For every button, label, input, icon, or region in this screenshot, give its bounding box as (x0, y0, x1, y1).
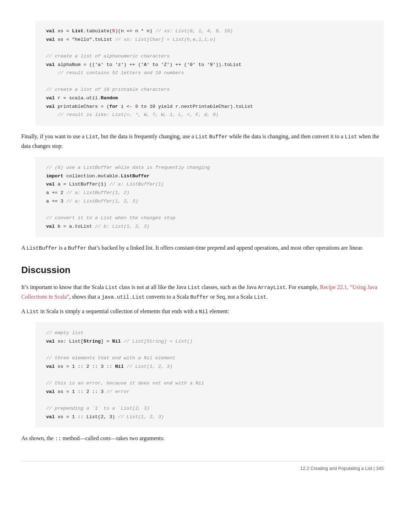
code-line: // result is like: List(=, *, W, ?, W, 1… (46, 111, 373, 119)
page-footer: 12.2 Creating and Populating a List | 34… (21, 461, 384, 472)
prose-2: A ListBuffer is a Buffer that’s backed b… (21, 243, 384, 253)
code-block-3: // empty list val xs: List[String] = Nil… (35, 322, 384, 427)
code-line: val xs: List[String] = Nil // List[Strin… (46, 337, 373, 346)
code-line: val a = ListBuffer(1) // a: ListBuffer(1… (46, 180, 373, 189)
prose-1: Finally, if you want to use a List, but … (21, 132, 384, 151)
code-line: // this is an error, because it does not… (46, 379, 373, 388)
prose-3: It’s important to know that the Scala Li… (21, 283, 384, 302)
code-line: // three elements that end with a Nil el… (46, 354, 373, 362)
code-line: // (6) use a ListBuffer while data is fr… (46, 164, 373, 172)
code-line: // result contains 52 letters and 10 num… (46, 69, 373, 77)
code-block-2: // (6) use a ListBuffer while data is fr… (35, 157, 384, 237)
section-title-discussion: Discussion (21, 263, 384, 278)
code-line: import collection.mutable.ListBuffer (46, 172, 373, 181)
code-line: val b = a.toList // b: List(1, 2, 3) (46, 222, 373, 231)
code-line: // prepending a `1` to a `List(2, 3)` (46, 404, 373, 413)
code-line (46, 346, 373, 354)
prose-4: A List in Scala is simply a sequential c… (21, 307, 384, 316)
footer-page-info: 12.2 Creating and Populating a List | 34… (300, 465, 384, 472)
code-line (46, 396, 373, 404)
code-line (46, 371, 373, 379)
code-line: // convert it to a List when the changes… (46, 214, 373, 222)
code-block-1: val xs = List.tabulate(5)(n => n * n) //… (35, 21, 384, 126)
code-line: val xs = 1 :: List(2, 3) // List(1, 2, 3… (46, 413, 373, 421)
code-line: // create a list of alphanumeric charact… (46, 52, 373, 61)
code-line (46, 44, 373, 52)
code-line (46, 77, 373, 86)
code-line: a += 3 // a: ListBuffer(1, 2, 3) (46, 197, 373, 206)
code-line: val printableChars = (for i <- 0 to 10 y… (46, 102, 373, 111)
code-line: val xs = 1 :: 2 :: 3 :: Nil // List(1, 2… (46, 362, 373, 371)
code-line (46, 205, 373, 214)
code-line: // empty list (46, 329, 373, 337)
code-line: val xs = "hello".toList // xs: List[Char… (46, 35, 373, 44)
code-line: val xs = List.tabulate(5)(n => n * n) //… (46, 27, 373, 35)
prose-5: As shown, the :: method—called cons—take… (21, 434, 384, 443)
code-line: val r = scala.util.Random (46, 94, 373, 102)
code-line: // create a list of 10 printable charact… (46, 85, 373, 94)
code-line: val alphaNum = (('a' to 'z') ++ ('A' to … (46, 61, 373, 69)
code-line: val xs = 1 :: 2 :: 3 // error (46, 388, 373, 396)
code-line: a += 2 // a: ListBuffer(1, 2) (46, 189, 373, 197)
page-content: val xs = List.tabulate(5)(n => n * n) //… (21, 21, 384, 472)
